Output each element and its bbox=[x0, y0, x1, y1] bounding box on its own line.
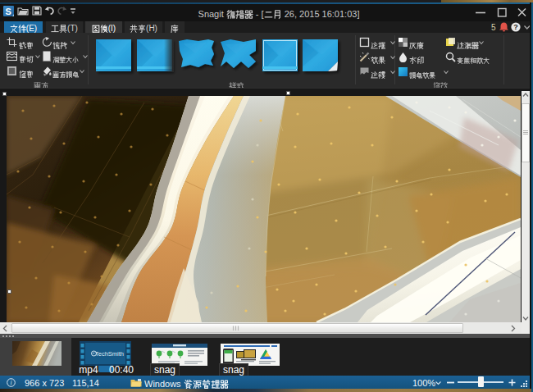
svg-text:S: S bbox=[6, 7, 11, 16]
svg-text:i: i bbox=[10, 379, 11, 386]
svg-text:?: ? bbox=[513, 23, 518, 31]
svg-text:TechSmith: TechSmith bbox=[95, 350, 124, 358]
